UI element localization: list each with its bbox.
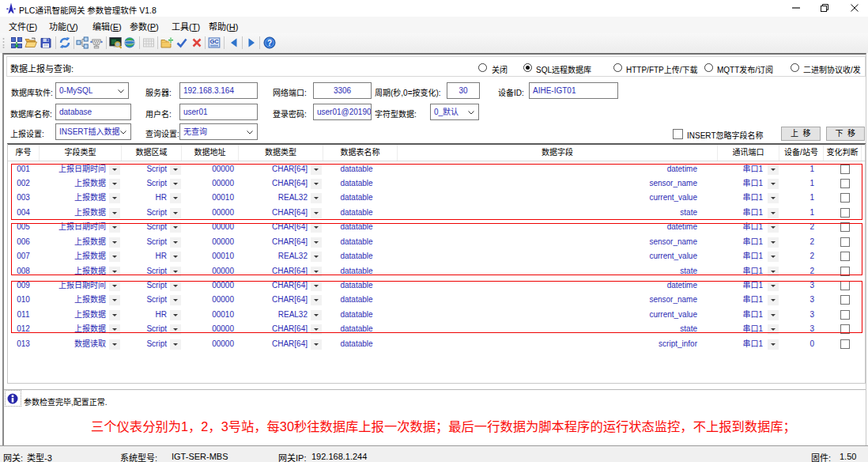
svg-text:?: ? bbox=[267, 39, 272, 47]
svg-text:GC: GC bbox=[209, 38, 219, 45]
